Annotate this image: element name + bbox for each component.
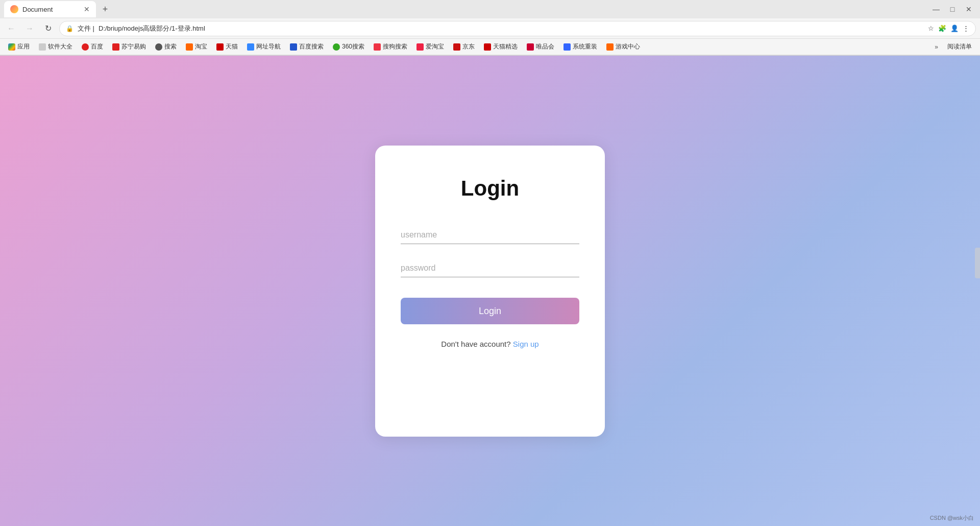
login-button[interactable]: Login xyxy=(401,298,579,324)
bookmark-nav-label: 网址导航 xyxy=(256,42,281,51)
bookmark-game-label: 游戏中心 xyxy=(616,42,640,51)
bookmarks-more-button[interactable]: » xyxy=(930,42,942,52)
bookmark-tmallj[interactable]: 天猫精选 xyxy=(480,41,522,52)
bookmark-sys-label: 系统重装 xyxy=(573,42,597,51)
bookmark-software[interactable]: 软件大全 xyxy=(35,41,77,52)
bookmark-apps-label: 应用 xyxy=(17,42,30,51)
watermark: CSDN @wsk小白 xyxy=(930,514,974,522)
bookmark-taobao[interactable]: 淘宝 xyxy=(182,41,211,52)
bookmark-sogou[interactable]: 搜狗搜索 xyxy=(370,41,411,52)
side-scroll-handle[interactable] xyxy=(975,248,980,278)
password-group xyxy=(401,259,579,277)
bookmark-software-label: 软件大全 xyxy=(48,42,72,51)
browser-chrome: Document ✕ + — □ ✕ ← → ↻ 🔒 文件 | D:/briup… xyxy=(0,0,980,56)
bookmark-game[interactable]: 游戏中心 xyxy=(602,41,644,52)
taobao-icon xyxy=(186,43,193,51)
address-bar[interactable]: 🔒 文件 | D:/briup/nodejs高级部分/1-登录.html ☆ 🧩… xyxy=(59,21,976,36)
close-button[interactable]: ✕ xyxy=(962,2,976,16)
bookmark-search[interactable]: 搜索 xyxy=(151,41,181,52)
bookmark-taobao-label: 淘宝 xyxy=(195,42,207,51)
bookmark-only-label: 唯品会 xyxy=(536,42,554,51)
bookmark-baidu-label: 百度 xyxy=(91,42,103,51)
bookmark-apps[interactable]: 应用 xyxy=(4,41,34,52)
new-tab-button[interactable]: + xyxy=(98,2,112,16)
bookmark-tmall[interactable]: 天猫 xyxy=(212,41,242,52)
bookmark-suning[interactable]: 苏宁易购 xyxy=(108,41,150,52)
tab-close-button[interactable]: ✕ xyxy=(84,5,90,13)
bookmark-jd[interactable]: 京东 xyxy=(449,41,479,52)
sys-icon xyxy=(564,43,571,51)
maximize-button[interactable]: □ xyxy=(945,2,960,16)
bookmark-360[interactable]: 360搜索 xyxy=(329,41,369,52)
bookmark-tmallj-label: 天猫精选 xyxy=(493,42,518,51)
bookmark-baidusearch-label: 百度搜索 xyxy=(299,42,324,51)
bookmark-baidu[interactable]: 百度 xyxy=(78,41,107,52)
bookmark-sys[interactable]: 系统重装 xyxy=(559,41,601,52)
password-input[interactable] xyxy=(401,259,579,277)
reading-list-label: 阅读清单 xyxy=(947,42,972,51)
bookmark-only[interactable]: 唯品会 xyxy=(523,41,558,52)
profile-icon[interactable]: 👤 xyxy=(950,25,959,32)
apps-icon xyxy=(8,43,15,51)
tmallj-icon xyxy=(484,43,491,51)
360-icon xyxy=(333,43,340,51)
software-icon xyxy=(39,43,46,51)
signup-link[interactable]: Sign up xyxy=(513,340,539,348)
forward-button[interactable]: → xyxy=(22,21,37,36)
tab-favicon xyxy=(10,5,18,13)
address-protocol: 文件 | xyxy=(78,24,94,33)
username-input[interactable] xyxy=(401,226,579,244)
page-title: Login xyxy=(461,176,519,201)
no-account-text: Don't have account? xyxy=(441,340,510,348)
extensions-icon[interactable]: 🧩 xyxy=(938,25,946,32)
navigation-bar: ← → ↻ 🔒 文件 | D:/briup/nodejs高级部分/1-登录.ht… xyxy=(0,18,980,39)
tab-title: Document xyxy=(22,6,53,13)
bookmark-sogou-label: 搜狗搜索 xyxy=(383,42,407,51)
security-icon: 🔒 xyxy=(66,25,74,32)
star-icon[interactable]: ☆ xyxy=(928,25,934,32)
window-controls: — □ ✕ xyxy=(929,2,976,16)
username-group xyxy=(401,226,579,244)
bookmarks-bar: 应用 软件大全 百度 苏宁易购 搜索 淘宝 天猫 网址导航 xyxy=(0,39,980,55)
bookmark-jd-label: 京东 xyxy=(462,42,475,51)
page-content: Login Login Don't have account? Sign up xyxy=(0,56,980,526)
sogou-icon xyxy=(374,43,381,51)
minimize-button[interactable]: — xyxy=(929,2,943,16)
bookmark-search-label: 搜索 xyxy=(164,42,177,51)
bookmark-baidusearch[interactable]: 百度搜索 xyxy=(286,41,328,52)
aizb-icon xyxy=(416,43,424,51)
only-icon xyxy=(527,43,534,51)
nav-icon xyxy=(247,43,254,51)
back-button[interactable]: ← xyxy=(4,21,18,36)
search-icon xyxy=(155,43,162,51)
baidusearch-icon xyxy=(290,43,297,51)
active-tab[interactable]: Document ✕ xyxy=(4,1,96,17)
jd-icon xyxy=(453,43,460,51)
game-icon xyxy=(606,43,614,51)
tab-bar: Document ✕ + — □ ✕ xyxy=(0,0,980,18)
refresh-button[interactable]: ↻ xyxy=(41,21,55,36)
reading-list[interactable]: 阅读清单 xyxy=(943,41,976,52)
address-bar-actions: ☆ 🧩 👤 ⋮ xyxy=(928,25,969,32)
signup-prompt: Don't have account? Sign up xyxy=(441,340,538,348)
menu-icon[interactable]: ⋮ xyxy=(963,25,969,32)
bookmark-aizb[interactable]: 爱淘宝 xyxy=(412,41,448,52)
tmall-icon xyxy=(216,43,224,51)
login-card: Login Login Don't have account? Sign up xyxy=(375,146,605,437)
address-url: D:/briup/nodejs高级部分/1-登录.html xyxy=(99,24,205,33)
bookmark-360-label: 360搜索 xyxy=(342,42,364,51)
bookmark-aizb-label: 爱淘宝 xyxy=(426,42,444,51)
bookmark-tmall-label: 天猫 xyxy=(226,42,238,51)
baidu-icon xyxy=(82,43,89,51)
bookmark-suning-label: 苏宁易购 xyxy=(121,42,146,51)
bookmark-nav[interactable]: 网址导航 xyxy=(243,41,285,52)
suning-icon xyxy=(112,43,119,51)
